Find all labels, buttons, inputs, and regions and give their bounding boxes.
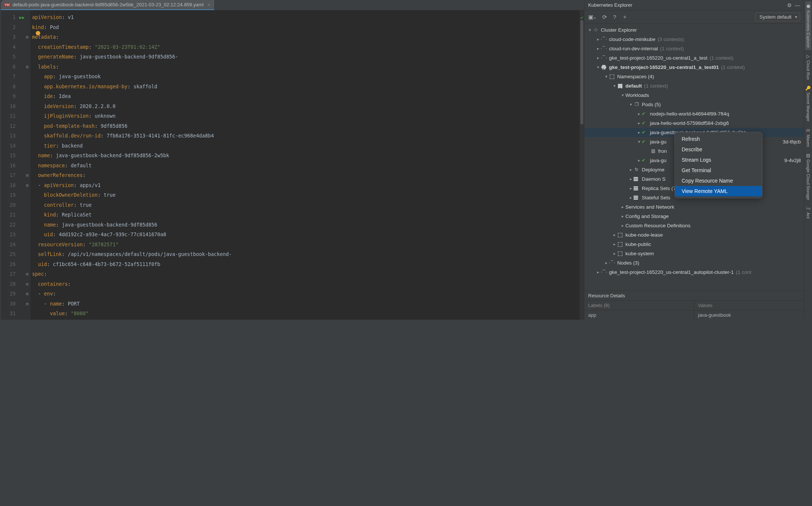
chevron-right-icon[interactable]: ▸ [637,118,642,128]
context-menu[interactable]: RefreshDescribeStream LogsGet TerminalCo… [675,132,762,198]
chevron-down-icon[interactable]: ▾ [596,63,601,72]
fold-toggle-icon[interactable]: ⊟ [26,299,29,309]
fold-toggle-icon[interactable]: ⊟ [26,171,29,181]
tree-row[interactable]: ▸✔java-hello-world-57598df584-2xbg6 [584,118,804,128]
chevron-right-icon[interactable]: ▸ [628,174,634,184]
code-line[interactable]: apiVersion: v1 [32,13,232,23]
tool-window-button[interactable]: ▷Cloud Run [805,51,811,82]
context-menu-item[interactable]: Refresh [675,134,762,144]
tool-window-button[interactable]: ⬢Kubernetes Explorer [805,1,811,50]
tree-row[interactable]: ▾gke_test-project-165220_us-central1_a_t… [584,63,804,72]
code-line[interactable]: ideVersion: 2020.2.2.0.0 [32,102,232,112]
code-line[interactable]: controller: true [32,200,232,211]
chevron-right-icon[interactable]: ▸ [628,165,634,174]
add-icon[interactable]: ＋ [622,13,628,20]
fold-toggle-icon[interactable]: ⊟ [26,269,29,279]
code-line[interactable]: metadata: [32,32,232,42]
cluster-tree[interactable]: ▾⁘Cluster Explorer▸cloud-code-minikube(3… [584,24,804,291]
chevron-right-icon[interactable]: ▸ [596,268,601,277]
scope-dropdown[interactable]: System default [755,13,800,21]
code-line[interactable]: - name: PORT [32,299,232,309]
tree-row[interactable]: ▸✔nodejs-hello-world-b46944f99-7ft4q [584,109,804,118]
code-line[interactable]: app.kubernetes.io/managed-by: skaffold [32,82,232,92]
chevron-right-icon[interactable]: ▸ [596,53,601,63]
code-line[interactable]: uid: 4dd192c2-a93e-4ac7-939c-77c0141670a… [32,230,232,240]
breakpoint-icon[interactable] [36,31,40,35]
chevron-right-icon[interactable]: ▸ [612,240,617,249]
tree-row[interactable]: ▸cloud-run-dev-internal(1 context) [584,44,804,53]
context-menu-item[interactable]: Stream Logs [675,155,762,165]
add-context-icon[interactable]: ▣₊ [588,14,596,20]
tool-window-button[interactable]: 🔑Secret Manager [805,83,812,124]
code-line[interactable]: name: java-guestbook-backend-9df85d856 [32,220,232,230]
close-icon[interactable]: × [207,2,210,7]
tree-row[interactable]: ▸cloud-code-minikube(3 contexts) [584,35,804,44]
tree-row[interactable]: ▾⁘Cluster Explorer [584,25,804,35]
minimize-icon[interactable]: — [795,2,800,8]
tree-row[interactable]: ▸Custom Resource Definitions [584,221,804,230]
chevron-right-icon[interactable]: ▸ [596,35,601,44]
tool-window-button[interactable]: mMaven [805,126,811,149]
help-icon[interactable]: ? [613,14,616,20]
scrollbar-thumb[interactable] [580,20,583,124]
chevron-right-icon[interactable]: ▸ [620,212,625,221]
code-line[interactable]: kind: Pod [32,23,232,33]
tool-window-button[interactable]: ▤Google Cloud Storage [805,151,811,202]
chevron-right-icon[interactable]: ▸ [628,193,634,202]
chevron-right-icon[interactable]: ▸ [596,44,601,53]
code-editor[interactable]: 1234567891011121314151617181920212223242… [1,10,584,320]
chevron-right-icon[interactable]: ▸ [637,156,642,165]
code-line[interactable]: ijPluginVersion: unknown [32,111,232,121]
context-menu-item[interactable]: View Remote YAML [675,186,762,196]
chevron-down-icon[interactable]: ▾ [637,137,642,146]
code-line[interactable]: labels: [32,62,232,72]
code-line[interactable]: - apiVersion: apps/v1 [32,181,232,191]
code-line[interactable]: namespace: default [32,161,232,171]
fold-toggle-icon[interactable]: ⊟ [26,289,29,299]
chevron-right-icon[interactable]: ▸ [637,109,642,118]
chevron-down-icon[interactable]: ▾ [620,91,625,100]
context-menu-item[interactable]: Get Terminal [675,165,762,175]
tree-row[interactable]: ▸kube-node-lease [584,230,804,240]
code-line[interactable]: skaffold.dev/run-id: 7fb6a176-3513-4141-… [32,131,232,141]
tool-window-button[interactable]: 🐜Ant [805,203,812,221]
chevron-right-icon[interactable]: ▸ [645,146,650,156]
code-line[interactable]: resourceVersion: "28782571" [32,240,232,250]
fold-toggle-icon[interactable]: ⊟ [26,181,29,191]
code-content[interactable]: apiVersion: v1kind: Podmetadata: creatio… [31,10,232,320]
fold-toggle-icon[interactable]: ⊟ [26,32,29,42]
code-line[interactable]: kind: ReplicaSet [32,210,232,220]
chevron-down-icon[interactable]: ▾ [612,81,617,91]
code-line[interactable]: name: java-guestbook-backend-9df85d856-2… [32,151,232,161]
tree-row[interactable]: ▸gke_test-project-165220_us-central1_a_t… [584,53,804,63]
chevron-down-icon[interactable]: ▾ [587,25,593,35]
code-line[interactable]: ide: Idea [32,92,232,102]
code-line[interactable]: spec: [32,269,232,279]
chevron-right-icon[interactable]: ▸ [612,230,617,240]
tree-row[interactable]: ▸Config and Storage [584,212,804,221]
chevron-down-icon[interactable]: ▾ [628,100,634,109]
chevron-right-icon[interactable]: ▸ [620,221,625,230]
editor-tab[interactable]: YM default-pods-java-guestbook-backend-9… [1,0,214,10]
chevron-right-icon[interactable]: ▸ [604,258,609,268]
chevron-right-icon[interactable]: ▸ [612,249,617,258]
chevron-right-icon[interactable]: ▸ [637,128,642,137]
code-line[interactable]: containers: [32,279,232,290]
refresh-icon[interactable]: ⟳ [602,14,607,20]
chevron-right-icon[interactable]: ▸ [628,184,634,193]
fold-toggle-icon[interactable]: ⊟ [26,279,29,290]
run-gutter-icon[interactable]: ▶▶ [19,13,25,23]
context-menu-item[interactable]: Copy Resource Name [675,175,762,186]
code-line[interactable]: uid: cf1bc654-c648-4b73-b672-52af5111f0f… [32,260,232,270]
code-line[interactable]: pod-template-hash: 9df85d856 [32,121,232,132]
tree-row[interactable]: ▸Services and Network [584,202,804,212]
code-line[interactable]: app: java-guestbook [32,72,232,82]
tree-row[interactable]: ▸Nodes (3) [584,258,804,268]
code-line[interactable]: selfLink: /api/v1/namespaces/default/pod… [32,250,232,260]
code-line[interactable]: - env: [32,289,232,299]
code-line[interactable]: blockOwnerDeletion: true [32,190,232,200]
context-menu-item[interactable]: Describe [675,144,762,155]
tree-row[interactable]: ▾Workloads [584,91,804,100]
gear-icon[interactable]: ⚙ [787,2,792,8]
tree-row[interactable]: ▾❒Pods (5) [584,100,804,109]
